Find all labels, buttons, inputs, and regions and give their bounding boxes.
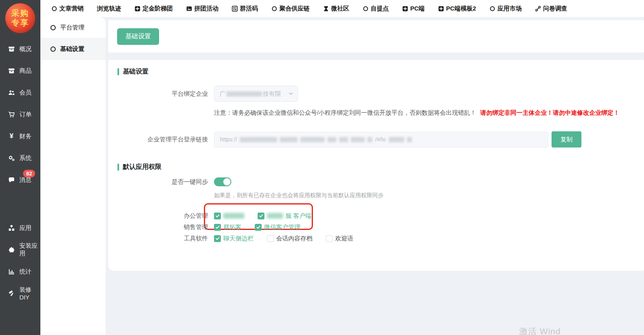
yen-icon: ¥ xyxy=(8,133,15,140)
sub-sidebar-item-label: 平台管理 xyxy=(60,24,84,32)
perm-items: 聊天侧边栏会话内容存档欢迎语 xyxy=(214,235,367,242)
sidebar-item-label: 财务 xyxy=(19,133,31,140)
circle-icon xyxy=(50,25,56,30)
checkbox-checked-icon[interactable] xyxy=(214,213,221,219)
cubes-icon xyxy=(8,224,15,232)
sub-sidebar-item-platform[interactable]: 平台管理 xyxy=(40,17,106,38)
company-select[interactable]: 广 技有限 xyxy=(214,86,298,102)
sync-toggle[interactable] xyxy=(214,177,231,186)
redacted-app-name xyxy=(267,213,283,219)
top-nav-item-label: 拼团活动 xyxy=(194,5,218,13)
checkbox-item[interactable] xyxy=(214,213,244,219)
sidebar-item-apps[interactable]: 应用 xyxy=(0,217,40,239)
checkbox-item[interactable]: 会话内容存档 xyxy=(267,235,313,242)
top-nav-item-6[interactable]: 聚合供应链 xyxy=(271,5,310,13)
left-sidebar: 采购 专享 概况商品会员订单¥财务系统消息82应用安装应用统计装修DIY xyxy=(0,0,40,335)
top-nav-item-8[interactable]: 自提点 xyxy=(363,5,389,13)
checkbox-unchecked-icon[interactable] xyxy=(326,235,333,242)
checkbox-checked-icon[interactable] xyxy=(214,224,221,231)
sidebar-item-finance[interactable]: ¥财务 xyxy=(0,125,40,147)
top-nav-item-11[interactable]: 应用市场 xyxy=(489,5,522,13)
top-nav-item-4[interactable]: 拼团活动 xyxy=(186,5,218,13)
users-icon xyxy=(8,89,15,96)
redacted-text-block xyxy=(339,137,348,142)
top-nav-item-label: PC端模板2 xyxy=(446,5,476,13)
top-nav-item-5[interactable]: 群活码 xyxy=(232,5,258,13)
top-nav-item-7[interactable]: 微社区 xyxy=(323,5,349,13)
logo-text-line1: 采购 xyxy=(11,8,29,18)
plus-square-icon xyxy=(134,6,141,12)
login-link-label: 企业管理平台登录链接 xyxy=(108,136,208,143)
top-nav-item-9[interactable]: PC端 xyxy=(402,5,425,13)
top-nav-item-label: 聚合供应链 xyxy=(279,5,310,13)
sidebar-item-label: 装修DIY xyxy=(19,286,40,301)
sub-sidebar-item-label: 基础设置 xyxy=(60,45,84,53)
copy-button[interactable]: 复制 xyxy=(552,131,581,147)
checkbox-label: 群拓客 xyxy=(223,223,241,231)
top-nav-item-label: 问卷调查 xyxy=(543,5,567,13)
top-nav-item-1[interactable]: 文章营销 xyxy=(51,5,84,13)
main-content: 基础设置 基础设置 平台绑定企业 广 技有限 xyxy=(107,17,644,335)
top-nav-item-label: 浏览轨迹 xyxy=(97,5,121,13)
checkbox-label: 聊天侧边栏 xyxy=(223,235,254,242)
perm-group-label: 销售管理 xyxy=(108,223,208,231)
sidebar-item-goods[interactable]: 商品 xyxy=(0,60,40,82)
tab-card: 基础设置 xyxy=(108,20,644,53)
login-link-row: 企业管理平台登录链接 https:// /#/lo 复制 xyxy=(108,131,644,147)
checkbox-item[interactable]: 微信客户管理 xyxy=(255,223,300,231)
section-accent-bar xyxy=(117,68,119,75)
activate-windows-watermark: 激活 Wind xyxy=(519,326,561,335)
checkbox-label: 微信客户管理 xyxy=(264,223,300,231)
bind-company-row: 平台绑定企业 广 技有限 xyxy=(108,86,644,102)
top-nav-item-3[interactable]: 定金阶梯团 xyxy=(134,5,173,13)
perm-group-office: 办公管理服 客户端 xyxy=(108,210,644,221)
redacted-text-block xyxy=(280,137,298,142)
sidebar-item-label: 商品 xyxy=(19,67,31,75)
sidebar-item-label: 会员 xyxy=(19,89,31,97)
checkbox-item[interactable]: 聊天侧边栏 xyxy=(214,235,254,242)
section-title-text: 默认应用权限 xyxy=(123,163,162,171)
top-nav-item-2[interactable]: 浏览轨迹 xyxy=(97,5,121,13)
sidebar-item-install-app[interactable]: 安装应用 xyxy=(0,239,40,261)
circle-icon xyxy=(489,6,495,12)
checkbox-checked-icon[interactable] xyxy=(255,224,262,231)
chat-icon xyxy=(8,176,15,183)
hourglass-icon xyxy=(323,6,329,12)
sidebar-item-orders[interactable]: 订单 xyxy=(0,103,40,125)
sidebar-item-label: 订单 xyxy=(19,111,31,118)
top-nav-item-label: 微社区 xyxy=(331,5,349,13)
app-root: 采购 专享 概况商品会员订单¥财务系统消息82应用安装应用统计装修DIY 文章营… xyxy=(0,0,644,335)
sidebar-item-messages[interactable]: 消息82 xyxy=(0,169,40,191)
checkbox-item[interactable]: 欢迎语 xyxy=(326,235,353,242)
bind-warning-red: 请勿绑定非同一主体企业！请勿中途修改企业绑定！ xyxy=(480,109,619,116)
checkbox-checked-icon[interactable] xyxy=(258,213,264,219)
sidebar-item-system[interactable]: 系统 xyxy=(0,147,40,169)
sidebar-item-label: 系统 xyxy=(19,154,31,162)
chevron-down-icon xyxy=(288,91,294,97)
sidebar-item-decor-diy[interactable]: 装修DIY xyxy=(0,282,40,304)
cart-icon xyxy=(8,111,15,118)
app-logo[interactable]: 采购 专享 xyxy=(5,3,35,33)
company-name-prefix: 广 xyxy=(220,90,226,98)
login-link-input[interactable]: https:// /#/lo xyxy=(214,132,548,147)
basic-settings-tab-button[interactable]: 基础设置 xyxy=(117,28,159,45)
sidebar-item-members[interactable]: 会员 xyxy=(0,82,40,103)
sidebar-item-stats[interactable]: 统计 xyxy=(0,261,40,282)
top-nav-item-10[interactable]: PC端模板2 xyxy=(438,5,476,13)
logo-text-line2: 专享 xyxy=(11,18,29,28)
redacted-text-block xyxy=(407,137,412,142)
login-link-prefix: https:// xyxy=(220,136,237,143)
top-nav-item-12[interactable]: 问卷调查 xyxy=(535,5,567,13)
perm-group-label: 办公管理 xyxy=(108,212,208,220)
login-link-mid: /#/lo xyxy=(375,136,386,143)
top-nav-item-label: PC端 xyxy=(410,5,425,13)
checkbox-checked-icon[interactable] xyxy=(214,235,221,242)
toggle-knob xyxy=(223,178,231,185)
bind-note-row: 注意：请务必确保该企业微信和公众号/小程序绑定到同一微信开放平台，否则数据将会出… xyxy=(108,109,644,117)
sidebar-item-overview[interactable]: 概况 xyxy=(0,38,40,60)
checkbox-item[interactable]: 群拓客 xyxy=(214,223,241,231)
redacted-company-name xyxy=(227,91,262,97)
sub-sidebar-item-basic[interactable]: 基础设置 xyxy=(40,38,106,60)
checkbox-item[interactable]: 服 客户端 xyxy=(258,212,311,220)
checkbox-unchecked-icon[interactable] xyxy=(267,235,274,242)
